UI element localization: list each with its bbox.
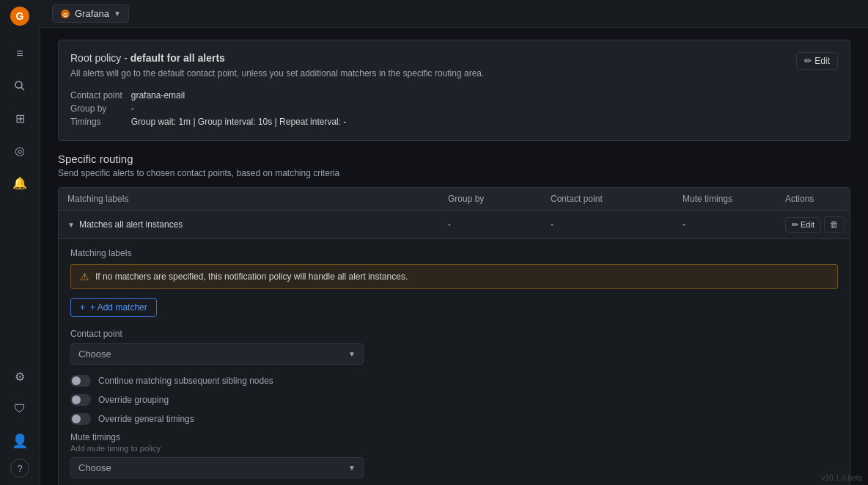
override-grouping-toggle[interactable]: [70, 394, 91, 406]
user-avatar[interactable]: 👤: [5, 426, 34, 456]
row-expanded-section: Matching labels ⚠ If no matchers are spe…: [59, 238, 850, 485]
contact-point-form-section: Contact point Choose ▼: [70, 329, 838, 365]
svg-text:G: G: [63, 12, 67, 18]
version-label: v10.1.0-beta: [821, 474, 862, 482]
override-grouping-label: Override grouping: [98, 395, 169, 405]
contact-point-value: grafana-email: [131, 89, 356, 102]
table-header: Matching labels Group by Contact point M…: [59, 188, 850, 211]
col-contact-point: Contact point: [542, 188, 674, 210]
policy-subtitle: All alerts will go to the default contac…: [70, 68, 484, 79]
group-by-value: -: [131, 102, 356, 115]
contact-point-select-value: Choose: [78, 349, 111, 360]
col-actions: Actions: [776, 188, 850, 210]
warning-text: If no matchers are specified, this notif…: [95, 271, 408, 282]
shield-icon[interactable]: 🛡: [5, 394, 34, 423]
policy-title: Root policy - default for all alerts: [70, 52, 484, 64]
contact-point-select[interactable]: Choose ▼: [70, 343, 364, 365]
row-label: Matches all alert instances: [79, 219, 183, 230]
group-by-label: Group by: [70, 102, 131, 115]
grafana-selector[interactable]: G Grafana ▼: [52, 4, 129, 23]
table-row: ▼ Matches all alert instances - - - ✏ Ed…: [59, 211, 850, 485]
page-content: Root policy - default for all alerts All…: [40, 28, 868, 485]
row-mute-timings: -: [674, 214, 776, 236]
row-edit-button[interactable]: ✏ Edit: [785, 217, 821, 233]
help-icon[interactable]: ?: [10, 459, 29, 478]
grafana-selector-label: Grafana: [75, 8, 109, 19]
row-contact-point: -: [542, 214, 674, 236]
contact-point-form-label: Contact point: [70, 329, 838, 339]
alerting-icon[interactable]: 🔔: [5, 168, 34, 197]
grafana-logo: G: [10, 6, 30, 29]
menu-toggle-icon[interactable]: ≡: [5, 39, 34, 68]
root-policy-edit-button[interactable]: ✏ Edit: [796, 52, 838, 70]
svg-line-3: [21, 87, 24, 90]
mute-timings-sublabel: Add mute timing to policy: [70, 444, 838, 453]
svg-point-2: [15, 81, 22, 88]
specific-routing-section: Specific routing Send specific alerts to…: [58, 153, 850, 485]
continue-matching-toggle-row: Continue matching subsequent sibling nod…: [70, 375, 838, 387]
specific-routing-title: Specific routing: [58, 153, 850, 165]
settings-icon[interactable]: ⚙: [5, 362, 34, 391]
matching-labels-section-title: Matching labels: [70, 248, 838, 258]
row-delete-button[interactable]: 🗑: [824, 216, 845, 233]
row-header: ▼ Matches all alert instances - - - ✏ Ed…: [59, 211, 850, 238]
chevron-down-icon: ▼: [114, 10, 121, 18]
override-timings-toggle[interactable]: [70, 413, 91, 425]
mute-timings-form-label: Mute timings: [70, 432, 838, 442]
override-grouping-toggle-row: Override grouping: [70, 394, 838, 406]
row-actions: ✏ Edit 🗑: [776, 211, 850, 238]
search-icon[interactable]: [5, 71, 34, 101]
edit-pencil-icon: ✏: [804, 56, 812, 66]
mute-timings-select-chevron: ▼: [348, 464, 356, 472]
contact-point-label: Contact point: [70, 89, 131, 102]
policy-meta: Contact point grafana-email Group by - T…: [70, 89, 484, 128]
apps-icon[interactable]: ⊞: [5, 103, 34, 133]
explore-icon[interactable]: ◎: [5, 136, 34, 165]
grafana-selector-icon: G: [60, 9, 70, 19]
row-group-by: -: [439, 214, 542, 236]
routing-table: Matching labels Group by Contact point M…: [58, 187, 850, 485]
plus-icon: +: [80, 302, 85, 313]
warning-icon: ⚠: [80, 271, 89, 282]
continue-matching-label: Continue matching subsequent sibling nod…: [98, 376, 273, 386]
warning-box: ⚠ If no matchers are specified, this not…: [70, 264, 838, 289]
row-expand-chevron[interactable]: ▼: [67, 221, 75, 229]
mute-timings-select-value: Choose: [78, 462, 111, 473]
continue-matching-toggle[interactable]: [70, 375, 91, 387]
svg-text:G: G: [16, 10, 24, 22]
row-label-col: ▼ Matches all alert instances: [59, 214, 439, 236]
col-matching-labels: Matching labels: [59, 188, 439, 210]
col-mute-timings: Mute timings: [674, 188, 776, 210]
row-edit-pencil-icon: ✏: [792, 220, 798, 230]
sidebar: G ≡ ⊞ ◎ 🔔 ⚙ 🛡 👤 ?: [0, 0, 40, 485]
add-matcher-button[interactable]: + + Add matcher: [70, 298, 157, 317]
specific-routing-subtitle: Send specific alerts to chosen contact p…: [58, 168, 850, 178]
timings-label: Timings: [70, 115, 131, 128]
main-content: G Grafana ▼ Root policy - default for al…: [40, 0, 868, 485]
mute-timings-form-section: Mute timings Add mute timing to policy C…: [70, 432, 838, 478]
timings-value: Group wait: 1m | Group interval: 10s | R…: [131, 115, 356, 128]
topbar: G Grafana ▼: [40, 0, 868, 28]
override-timings-label: Override general timings: [98, 414, 194, 424]
col-group-by: Group by: [439, 188, 542, 210]
mute-timings-select[interactable]: Choose ▼: [70, 457, 364, 478]
root-policy-card: Root policy - default for all alerts All…: [58, 40, 850, 141]
contact-point-select-chevron: ▼: [348, 350, 356, 358]
override-timings-toggle-row: Override general timings: [70, 413, 838, 425]
